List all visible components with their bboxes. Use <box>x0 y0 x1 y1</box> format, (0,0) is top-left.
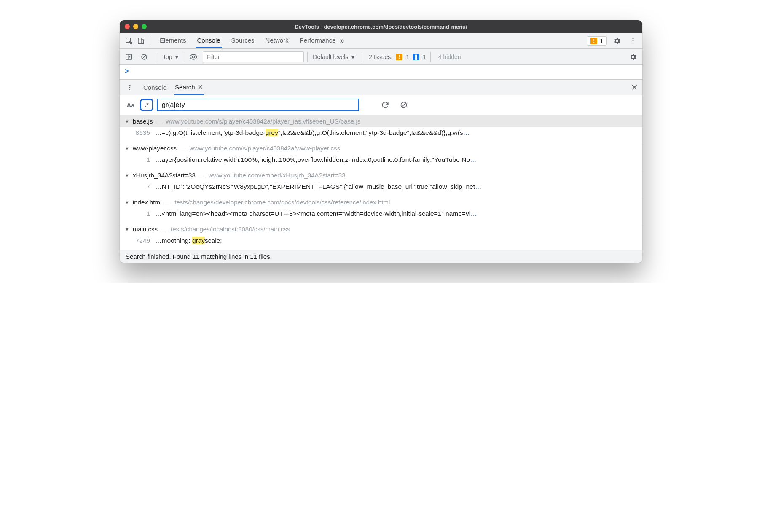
svg-point-3 <box>633 38 634 39</box>
tab-network[interactable]: Network <box>264 33 290 48</box>
live-expression-icon[interactable] <box>188 51 199 63</box>
svg-point-11 <box>129 89 131 90</box>
issues-pill-count: 1 <box>600 38 603 44</box>
disclosure-triangle-icon: ▼ <box>125 146 129 151</box>
info-count: 1 <box>423 54 426 60</box>
window-title: DevTools - developer.chrome.com/docs/dev… <box>120 24 642 30</box>
result-file-name: base.js <box>133 118 153 125</box>
svg-point-10 <box>129 87 131 88</box>
filter-input[interactable] <box>203 51 304 62</box>
result-file-name: index.html <box>133 199 161 206</box>
result-file-path: tests/changes/developer.chrome.com/docs/… <box>174 199 390 206</box>
devtools-window: DevTools - developer.chrome.com/docs/dev… <box>120 20 642 263</box>
traffic-lights <box>125 24 147 29</box>
match-snippet: …=c);g.O(this.element,"ytp-3d-badge-grey… <box>155 129 470 137</box>
result-file-path: www.youtube.com/s/player/c403842a/www-pl… <box>190 145 340 152</box>
toggle-sidebar-icon[interactable] <box>123 51 135 63</box>
tab-performance[interactable]: Performance <box>298 33 338 48</box>
log-levels-selector[interactable]: Default levels ▼ <box>307 52 361 62</box>
result-file-path: www.youtube.com/embed/xHusjrb_34A?start=… <box>209 172 346 179</box>
main-tabbar: Elements Console Sources Network Perform… <box>120 33 642 49</box>
drawer-tab-search[interactable]: Search ✕ <box>174 80 204 95</box>
titlebar: DevTools - developer.chrome.com/docs/dev… <box>120 20 642 33</box>
refresh-search-icon[interactable] <box>379 99 391 111</box>
issues-summary[interactable]: 2 Issues: ! 1 ❚ 1 <box>365 52 431 62</box>
match-snippet: …ayer{position:relative;width:100%;heigh… <box>155 156 477 164</box>
drawer-tab-search-label: Search <box>175 83 195 91</box>
window-minimize-button[interactable] <box>133 24 138 29</box>
panel-tabs: Elements Console Sources Network Perform… <box>158 33 338 48</box>
result-file-header[interactable]: ▼xHusjrb_34A?start=33—www.youtube.com/em… <box>120 169 642 181</box>
result-file-header[interactable]: ▼base.js—www.youtube.com/s/player/c40384… <box>120 115 642 127</box>
result-file-header[interactable]: ▼index.html—tests/changes/developer.chro… <box>120 196 642 208</box>
truncation-ellipsis: … <box>470 210 477 217</box>
console-prompt: > <box>125 67 129 75</box>
match-highlight: gray <box>192 237 205 244</box>
warning-icon: ! <box>590 38 597 44</box>
drawer-tab-console[interactable]: Console <box>142 81 167 94</box>
line-number: 8635 <box>131 129 150 137</box>
match-case-button[interactable]: Aa <box>125 102 137 109</box>
svg-point-5 <box>633 42 634 43</box>
window-zoom-button[interactable] <box>142 24 147 29</box>
result-match-row[interactable]: 7…NT_ID":"2OeQYs2rNcSnW8yxpLgD","EXPERIM… <box>120 181 642 196</box>
disclosure-triangle-icon: ▼ <box>125 173 129 178</box>
result-file-name: main.css <box>133 226 158 233</box>
tab-sources[interactable]: Sources <box>230 33 256 48</box>
clear-console-icon[interactable] <box>138 51 150 63</box>
context-label: top <box>164 54 172 60</box>
disclosure-triangle-icon: ▼ <box>125 227 129 232</box>
search-input[interactable] <box>157 99 359 111</box>
result-file-header[interactable]: ▼main.css—tests/changes/localhost:8080/c… <box>120 223 642 235</box>
hidden-messages[interactable]: 4 hidden <box>434 54 465 60</box>
result-file-path: tests/changes/localhost:8080/css/main.cs… <box>171 226 290 233</box>
levels-label: Default levels <box>313 54 348 60</box>
result-file-group: ▼www-player.css—www.youtube.com/s/player… <box>120 142 642 169</box>
regex-toggle-button[interactable]: .* <box>140 99 153 111</box>
disclosure-triangle-icon: ▼ <box>125 200 129 205</box>
line-number: 1 <box>131 156 150 164</box>
chevron-down-icon: ▼ <box>174 54 180 60</box>
info-icon: ❚ <box>413 54 419 60</box>
line-number: 7 <box>131 183 150 191</box>
disclosure-triangle-icon: ▼ <box>125 119 129 124</box>
svg-point-4 <box>633 40 634 41</box>
settings-gear-icon[interactable] <box>611 35 623 47</box>
line-number: 7249 <box>131 237 150 245</box>
result-match-row[interactable]: 7249…moothing: grayscale; <box>120 235 642 250</box>
context-selector[interactable]: top ▼ <box>164 52 184 62</box>
result-match-row[interactable]: 8635…=c);g.O(this.element,"ytp-3d-badge-… <box>120 127 642 142</box>
result-match-row[interactable]: 1…ayer{position:relative;width:100%;heig… <box>120 154 642 169</box>
status-bar: Search finished. Found 11 matching lines… <box>120 250 642 263</box>
dash: — <box>161 226 167 233</box>
console-body[interactable]: > <box>120 65 642 79</box>
drawer-kebab-icon[interactable] <box>124 81 136 93</box>
device-toolbar-icon[interactable] <box>135 35 147 47</box>
result-match-row[interactable]: 1…<html lang=en><head><meta charset=UTF-… <box>120 208 642 223</box>
drawer-close-icon[interactable]: ✕ <box>631 82 638 92</box>
match-snippet: …moothing: grayscale; <box>155 237 222 245</box>
svg-rect-6 <box>126 54 132 59</box>
search-toolbar: Aa .* <box>120 95 642 115</box>
more-tabs-button[interactable]: » <box>338 36 347 45</box>
inspect-element-icon[interactable] <box>123 35 135 47</box>
separator <box>157 53 157 61</box>
truncation-ellipsis: … <box>470 156 477 163</box>
dash: — <box>180 145 186 152</box>
result-file-group: ▼index.html—tests/changes/developer.chro… <box>120 196 642 223</box>
result-file-header[interactable]: ▼www-player.css—www.youtube.com/s/player… <box>120 142 642 154</box>
close-tab-icon[interactable]: ✕ <box>198 83 203 91</box>
window-close-button[interactable] <box>125 24 130 29</box>
issues-pill[interactable]: ! 1 <box>587 36 607 46</box>
clear-search-icon[interactable] <box>398 99 410 111</box>
dash: — <box>156 118 162 125</box>
tab-elements[interactable]: Elements <box>158 33 188 48</box>
warn-count: 1 <box>406 54 409 60</box>
dash: — <box>165 199 171 206</box>
tab-console[interactable]: Console <box>196 33 222 48</box>
console-settings-gear-icon[interactable] <box>627 51 639 63</box>
result-file-group: ▼xHusjrb_34A?start=33—www.youtube.com/em… <box>120 169 642 196</box>
match-snippet: …<html lang=en><head><meta charset=UTF-8… <box>155 210 477 218</box>
console-toolbar: top ▼ Default levels ▼ 2 Issues: ! 1 ❚ 1… <box>120 49 642 65</box>
kebab-menu-icon[interactable] <box>627 35 639 47</box>
